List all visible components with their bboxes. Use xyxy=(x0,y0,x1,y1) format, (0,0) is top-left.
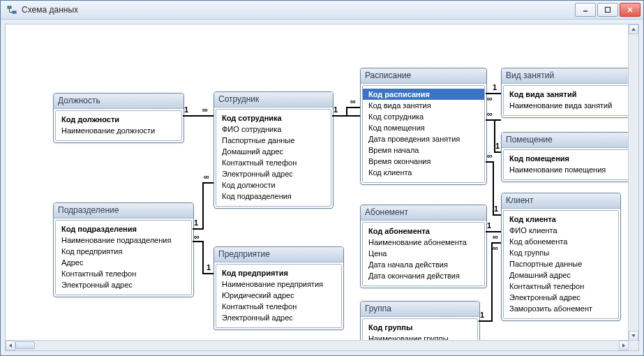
table-dolzhnost[interactable]: ДолжностьКод должностиНаименование должн… xyxy=(53,93,184,143)
field-row[interactable]: Код предприятия xyxy=(216,267,341,279)
table-header[interactable]: Абонемент xyxy=(361,205,486,221)
field-row[interactable]: Наименование предприятия xyxy=(216,279,341,290)
table-body: Код расписанияКод вида занятияКод сотруд… xyxy=(362,85,485,183)
window-title: Схема данных xyxy=(20,5,575,15)
field-row[interactable]: Код сотрудника xyxy=(216,112,331,124)
relationship-line xyxy=(494,151,501,153)
window-buttons xyxy=(575,3,641,17)
relationship-line xyxy=(202,241,204,274)
field-row[interactable]: Код группы xyxy=(504,247,618,258)
table-vid_zanyatiy[interactable]: Вид занятийКод вида занятийНаименование … xyxy=(501,68,634,118)
field-row[interactable]: Код расписания xyxy=(363,89,484,100)
table-header[interactable]: Группа xyxy=(361,302,479,317)
scroll-right-button[interactable] xyxy=(619,341,629,350)
field-row[interactable]: Код группы xyxy=(363,322,477,333)
scroll-down-button[interactable] xyxy=(629,331,638,341)
field-row[interactable]: Дата окончания действия xyxy=(363,270,484,281)
field-row[interactable]: Время окончания xyxy=(363,156,484,167)
scroll-corner xyxy=(628,340,638,350)
field-row[interactable]: Код предприятия xyxy=(56,246,191,257)
field-row[interactable]: Код абонемента xyxy=(363,225,484,237)
table-header[interactable]: Вид занятий xyxy=(502,68,633,84)
field-row[interactable]: Код вида занятия xyxy=(363,100,484,111)
cardinality-label: ∞ xyxy=(493,244,498,252)
field-row[interactable]: ФИО сотрудника xyxy=(216,124,331,135)
cardinality-label: ∞ xyxy=(204,172,209,181)
field-row[interactable]: Код подразделения xyxy=(56,223,191,235)
table-podrazdelenie[interactable]: ПодразделениеКод подразделенияНаименован… xyxy=(53,202,194,297)
relationship-line xyxy=(346,107,360,108)
field-row[interactable]: Код должности xyxy=(216,179,331,191)
diagram-canvas[interactable]: ДолжностьКод должностиНаименование должн… xyxy=(6,24,629,341)
field-row[interactable]: Заморозить абонемент xyxy=(504,303,618,314)
app-window: Схема данных ДолжностьКод должностиНаиме… xyxy=(0,0,644,356)
field-row[interactable]: Домашний адрес xyxy=(216,146,331,157)
field-row[interactable]: Электронный адрес xyxy=(504,292,618,303)
titlebar[interactable]: Схема данных xyxy=(1,1,643,20)
field-row[interactable]: Цена xyxy=(363,248,484,259)
field-row[interactable]: Код клиента xyxy=(504,214,618,225)
field-row[interactable]: Код помещения xyxy=(363,122,484,133)
field-row[interactable]: Код подразделения xyxy=(216,191,331,202)
table-klient[interactable]: КлиентКод клиентаФИО клиентаКод абонемен… xyxy=(501,193,621,321)
close-button[interactable] xyxy=(620,3,641,17)
field-row[interactable]: Наименование вида занятий xyxy=(504,100,631,111)
table-header[interactable]: Клиент xyxy=(502,193,620,209)
cardinality-label: ∞ xyxy=(202,105,208,114)
horizontal-scrollbar[interactable] xyxy=(6,340,629,350)
field-row[interactable]: Электронный адрес xyxy=(56,279,191,290)
cardinality-label: ∞ xyxy=(487,94,493,103)
table-header[interactable]: Расписание xyxy=(361,68,486,84)
cardinality-label: 1 xyxy=(194,218,198,227)
field-row[interactable]: Паспортные данные xyxy=(216,135,331,146)
field-row[interactable]: Паспортные данные xyxy=(504,258,618,269)
field-row[interactable]: Контактный телефон xyxy=(216,301,341,312)
field-row[interactable]: Наименование подразделения xyxy=(56,235,191,246)
field-row[interactable]: Домашний адрес xyxy=(504,269,618,281)
table-predpriyatie[interactable]: ПредприятиеКод предприятияНаименование п… xyxy=(214,246,344,330)
field-row[interactable]: Дата проведения занятия xyxy=(363,133,484,144)
field-row[interactable]: Код абонемента xyxy=(504,236,618,247)
cardinality-label: ∞ xyxy=(350,97,356,105)
field-row[interactable]: Контактный телефон xyxy=(504,281,618,292)
scroll-thumb-h[interactable] xyxy=(15,341,35,349)
field-row[interactable]: Код вида занятий xyxy=(504,89,631,100)
field-row[interactable]: Код должности xyxy=(56,114,181,125)
table-raspisanie[interactable]: РасписаниеКод расписанияКод вида занятия… xyxy=(360,68,487,185)
field-row[interactable]: Юридический адрес xyxy=(216,290,341,301)
field-row[interactable]: Код сотрудника xyxy=(363,111,484,122)
vertical-scrollbar[interactable] xyxy=(628,24,638,341)
table-sotrudnik[interactable]: СотрудникКод сотрудникаФИО сотрудникаПас… xyxy=(214,91,334,209)
minimize-button[interactable] xyxy=(575,3,596,17)
field-row[interactable]: Наименование должности xyxy=(56,125,181,136)
field-row[interactable]: Дата начала действия xyxy=(363,259,484,270)
scroll-up-button[interactable] xyxy=(629,24,638,34)
field-row[interactable]: Контактный телефон xyxy=(56,268,191,279)
table-header[interactable]: Подразделение xyxy=(54,203,193,218)
field-row[interactable]: Адрес xyxy=(56,257,191,268)
table-header[interactable]: Сотрудник xyxy=(214,92,333,107)
relationship-line xyxy=(202,182,214,184)
field-row[interactable]: Электронный адрес xyxy=(216,168,331,179)
cardinality-label: ∞ xyxy=(487,110,493,118)
cardinality-label: 1 xyxy=(184,105,188,114)
table-header[interactable]: Помещение xyxy=(502,133,631,148)
field-row[interactable]: ФИО клиента xyxy=(504,225,618,236)
table-body: Код абонементаНаименование абонементаЦен… xyxy=(362,222,485,286)
maximize-button[interactable] xyxy=(597,3,618,17)
table-abonement[interactable]: АбонементКод абонементаНаименование абон… xyxy=(360,205,487,288)
field-row[interactable]: Время начала xyxy=(363,144,484,156)
table-pomeschenie[interactable]: ПомещениеКод помещенияНаименование помещ… xyxy=(501,132,631,182)
table-header[interactable]: Предприятие xyxy=(214,247,343,262)
table-header[interactable]: Должность xyxy=(54,94,184,109)
field-row[interactable]: Код клиента xyxy=(363,167,484,178)
relationship-line xyxy=(202,273,214,274)
field-row[interactable]: Код помещения xyxy=(504,153,629,164)
field-row[interactable]: Электронный адрес xyxy=(216,312,341,323)
field-row[interactable]: Контактный телефон xyxy=(216,157,331,168)
field-row[interactable]: Наименование абонемента xyxy=(363,237,484,248)
cardinality-label: 1 xyxy=(494,205,498,213)
table-body: Код предприятияНаименование предприятияЮ… xyxy=(216,264,342,328)
scroll-left-button[interactable] xyxy=(6,341,15,350)
field-row[interactable]: Наименование помещения xyxy=(504,164,629,175)
